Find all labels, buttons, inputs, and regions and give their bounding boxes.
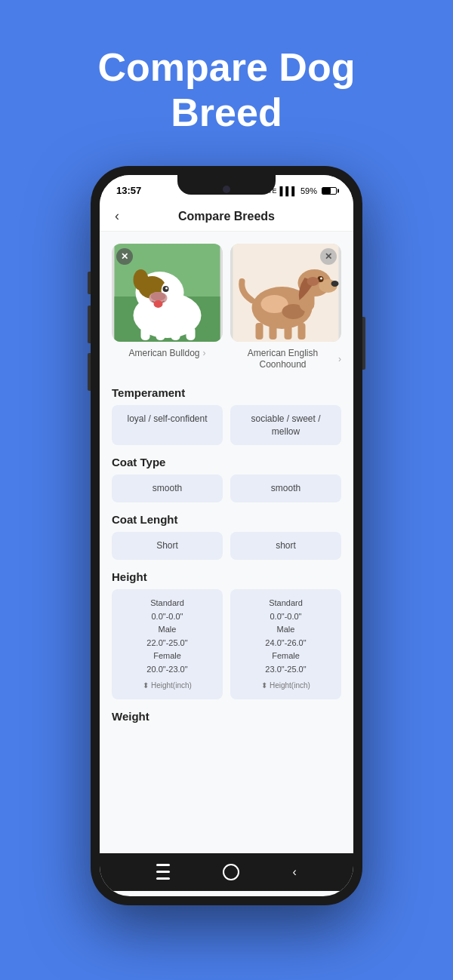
home-circle-icon (223, 864, 239, 880)
signal-icon: ▌▌▌ (280, 186, 297, 195)
svg-point-7 (165, 287, 168, 289)
breed-card-bulldog: ✕ (112, 244, 223, 371)
battery-text: 59% (300, 186, 317, 195)
svg-point-23 (331, 281, 339, 287)
nav-back-button[interactable]: ‹ (293, 865, 297, 879)
bulldog-standard-value: 0.0"-0.0" (118, 610, 217, 624)
bulldog-coat-length: Short (112, 532, 223, 560)
svg-rect-27 (256, 323, 263, 339)
nav-back-icon: ‹ (293, 865, 297, 879)
battery-icon (322, 187, 337, 195)
content-area: ✕ (100, 232, 353, 853)
bulldog-name: American Bulldog (128, 348, 199, 360)
coonhound-standard-value: 0.0"-0.0" (236, 610, 335, 624)
height-label: Height (112, 570, 341, 583)
bulldog-standard-label: Standard (118, 597, 217, 610)
side-button-vol-down (88, 353, 91, 391)
close-coonhound-button[interactable]: ✕ (320, 248, 337, 265)
coat-type-label: Coat Type (112, 456, 341, 468)
nav-home-button[interactable] (223, 864, 239, 880)
app-bar-title: Compare Breeds (178, 210, 275, 223)
phone-frame: 13:57 VoLTE ▌▌▌ 59% ‹ Compare Breeds (91, 166, 362, 905)
page-title: Compare Dog Breed (45, 45, 408, 136)
svg-rect-15 (186, 327, 196, 340)
side-button-vol-up (88, 306, 91, 343)
coonhound-height: Standard 0.0"-0.0" Male 24.0"-26.0" Fema… (230, 589, 341, 699)
close-bulldog-button[interactable]: ✕ (116, 248, 133, 265)
phone-mockup: 13:57 VoLTE ▌▌▌ 59% ‹ Compare Breeds (0, 166, 453, 905)
coonhound-name-row[interactable]: American English Coonhound › (230, 348, 341, 371)
breed-cards: ✕ (112, 244, 341, 371)
nav-menu-icon (156, 864, 170, 880)
svg-rect-12 (141, 327, 150, 340)
status-time: 13:57 (116, 185, 141, 196)
bulldog-chevron-icon: › (203, 348, 206, 358)
coonhound-coat-length: short (230, 532, 341, 560)
coat-length-row: Short short (112, 532, 341, 560)
app-header: ‹ Compare Breeds (100, 202, 353, 232)
bottom-nav: ‹ (100, 853, 353, 891)
side-button-top (88, 272, 91, 294)
svg-rect-13 (156, 328, 165, 340)
bulldog-female-value: 20.0"-23.0" (118, 663, 217, 677)
svg-rect-30 (298, 323, 306, 339)
bulldog-male-value: 22.0"-25.0" (118, 637, 217, 650)
page-header: Compare Dog Breed (0, 0, 453, 166)
svg-point-25 (320, 277, 322, 279)
close-icon: ✕ (121, 251, 128, 262)
svg-rect-29 (285, 324, 292, 339)
height-row: Standard 0.0"-0.0" Male 22.0"-25.0" Fema… (112, 589, 341, 699)
phone-screen: 13:57 VoLTE ▌▌▌ 59% ‹ Compare Breeds (100, 175, 353, 896)
temperament-label: Temperament (112, 386, 341, 399)
coonhound-male-value: 24.0"-26.0" (236, 637, 335, 650)
coonhound-chevron-icon: › (338, 354, 341, 364)
svg-rect-14 (171, 328, 180, 340)
bulldog-coat-type: smooth (112, 475, 223, 502)
bulldog-image-container: ✕ (112, 244, 223, 342)
coonhound-height-icon: ⬍ Height(inch) (236, 680, 335, 692)
bulldog-female-label: Female (118, 650, 217, 663)
svg-rect-28 (270, 324, 277, 339)
temperament-row: loyal / self-confident sociable / sweet … (112, 405, 341, 446)
coonhound-temperament: sociable / sweet / mellow (230, 405, 341, 446)
bulldog-male-label: Male (118, 623, 217, 637)
coonhound-name: American English Coonhound (230, 348, 335, 371)
svg-point-9 (151, 292, 166, 301)
close-icon-2: ✕ (325, 251, 332, 262)
coat-type-row: smooth smooth (112, 475, 341, 502)
coonhound-male-label: Male (236, 623, 335, 637)
coonhound-image-container: ✕ (230, 244, 341, 342)
coonhound-female-label: Female (236, 650, 335, 663)
breed-card-coonhound: ✕ (230, 244, 341, 371)
nav-lines-button[interactable] (156, 864, 170, 880)
svg-point-11 (134, 269, 149, 290)
back-button[interactable]: ‹ (115, 208, 119, 224)
bulldog-height: Standard 0.0"-0.0" Male 22.0"-25.0" Fema… (112, 589, 223, 699)
coonhound-female-value: 23.0"-25.0" (236, 663, 335, 677)
coonhound-coat-type: smooth (230, 475, 341, 502)
phone-notch (177, 175, 276, 195)
coonhound-standard-label: Standard (236, 597, 335, 610)
bulldog-name-row[interactable]: American Bulldog › (112, 348, 223, 360)
bulldog-height-icon: ⬍ Height(inch) (118, 680, 217, 692)
bulldog-temperament: loyal / self-confident (112, 405, 223, 446)
weight-label: Weight (112, 710, 341, 723)
coat-length-label: Coat Lenght (112, 513, 341, 526)
svg-point-26 (307, 277, 319, 286)
svg-point-10 (154, 300, 163, 308)
side-button-power (362, 317, 365, 370)
phone-camera (223, 186, 230, 193)
